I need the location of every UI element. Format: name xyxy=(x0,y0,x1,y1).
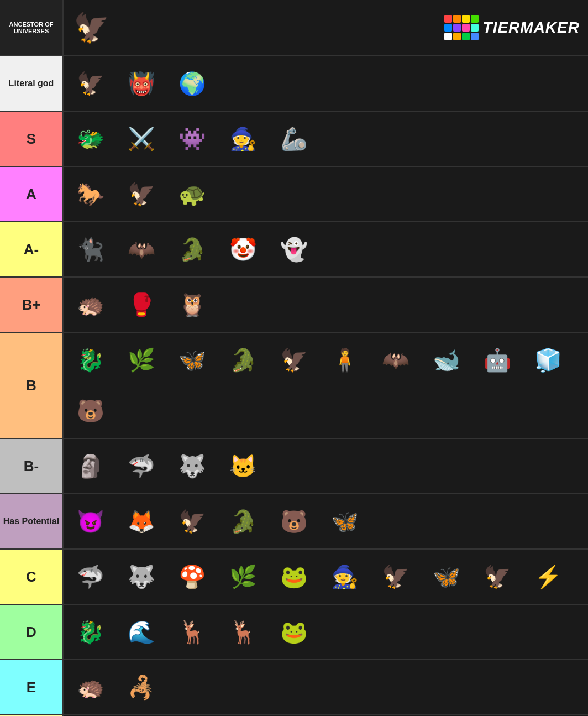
tier-item[interactable]: 🐊 xyxy=(218,497,268,546)
tier-items-c: 🦈 🐺 🍄 🌿 🐸 🧙 🦅 🦋 🦅 ⚡ xyxy=(64,550,588,604)
tier-item[interactable]: 🍄 xyxy=(167,552,217,602)
tier-item[interactable]: 🌿 xyxy=(218,552,268,602)
tier-label-e: E xyxy=(0,660,64,714)
tier-item[interactable]: 🐎 xyxy=(66,169,116,219)
tier-item[interactable]: 🧙 xyxy=(218,114,268,164)
tier-row-god: Literal god 🦅 👹 🌍 xyxy=(0,56,588,112)
tier-item[interactable]: 🐲 xyxy=(66,114,116,164)
tier-list: ANCESTOR OF UNIVERSES 🦅 xyxy=(0,0,588,716)
tier-items-god: 🦅 👹 🌍 xyxy=(64,56,588,111)
tier-row-e: E 🦔 🦂 xyxy=(0,660,588,715)
tier-item[interactable]: 🦊 xyxy=(117,497,166,546)
tier-item[interactable]: 🐻 xyxy=(269,497,319,546)
tier-label-b-minus: B- xyxy=(0,439,64,493)
tier-items-b: 🐉 🌿 🦋 🐊 🦅 🧍 🦇 🐋 🤖 🧊 🐻 xyxy=(64,333,588,438)
tier-item[interactable]: 🦋 xyxy=(167,335,217,385)
tier-item[interactable]: 👻 xyxy=(269,224,319,274)
tier-item[interactable]: 🗿 xyxy=(66,441,116,491)
tier-item[interactable]: 🦅 xyxy=(371,552,421,602)
tier-item[interactable]: 🐊 xyxy=(167,224,217,274)
tier-item[interactable]: 👾 xyxy=(167,114,217,164)
tier-item[interactable]: 🦔 xyxy=(66,280,116,330)
tier-item[interactable]: 🐱 xyxy=(218,441,268,491)
tier-row-a-minus: A- 🐈‍⬛ 🦇 🐊 🤡 👻 xyxy=(0,222,588,278)
tier-item[interactable]: 🦂 xyxy=(117,662,166,712)
tier-row-b-plus: B+ 🦔 🥊 🦉 xyxy=(0,278,588,333)
tier-items-s: 🐲 ⚔️ 👾 🧙 🦾 xyxy=(64,112,588,166)
tier-item[interactable]: 👹 xyxy=(117,59,166,108)
tier-item[interactable]: 🦋 xyxy=(320,497,370,546)
tier-item[interactable]: 🐸 xyxy=(269,607,319,657)
tier-row-s: S 🐲 ⚔️ 👾 🧙 🦾 xyxy=(0,112,588,167)
tier-label-c: C xyxy=(0,550,64,604)
tier-item[interactable]: 🌊 xyxy=(117,607,166,657)
tier-item[interactable]: 🐋 xyxy=(422,335,471,385)
tier-row-b-minus: B- 🗿 🦈 🐺 🐱 xyxy=(0,439,588,494)
tier-row-a: A 🐎 🦅 🐢 xyxy=(0,167,588,222)
tier-item[interactable]: ⚔️ xyxy=(117,114,166,164)
logo-area: TiERMaKER xyxy=(119,9,588,46)
tier-item[interactable]: 🐺 xyxy=(167,441,217,491)
tier-item[interactable]: 🤖 xyxy=(473,335,522,385)
tier-row-has-potential: Has Potential 😈 🦊 🦅 🐊 🐻 🦋 xyxy=(0,494,588,550)
tier-item[interactable]: 🐈‍⬛ xyxy=(66,224,116,274)
tier-items-a-minus: 🐈‍⬛ 🦇 🐊 🤡 👻 xyxy=(64,222,588,276)
tier-item[interactable]: 🦅 xyxy=(117,169,166,219)
tier-item[interactable]: ⚡ xyxy=(523,552,573,602)
tier-label-b: B xyxy=(0,333,64,438)
tier-item[interactable]: 🦋 xyxy=(422,552,471,602)
tier-item[interactable]: 🌍 xyxy=(167,59,217,108)
tier-item[interactable]: 🐉 xyxy=(66,607,116,657)
tier-items-d: 🐉 🌊 🦌 🦌 🐸 xyxy=(64,605,588,659)
tier-item[interactable]: 🦅 xyxy=(473,552,522,602)
tier-item[interactable]: 🧙 xyxy=(320,552,370,602)
header-row: ANCESTOR OF UNIVERSES 🦅 xyxy=(0,0,588,56)
tier-item[interactable]: 🦅 xyxy=(167,497,217,546)
tier-item[interactable]: 🐊 xyxy=(218,335,268,385)
tier-item[interactable]: 🦌 xyxy=(218,607,268,657)
tier-item[interactable]: 🦾 xyxy=(269,114,319,164)
tier-item[interactable]: 🥊 xyxy=(117,280,166,330)
tier-label-a: A xyxy=(0,167,64,221)
tier-item[interactable]: 🤡 xyxy=(218,224,268,274)
tier-items-has-potential: 😈 🦊 🦅 🐊 🐻 🦋 xyxy=(64,494,588,548)
tier-label-d: D xyxy=(0,605,64,659)
tier-item[interactable]: 😈 xyxy=(66,497,116,546)
logo-grid xyxy=(444,15,479,40)
tier-item[interactable]: 🦅 xyxy=(66,3,116,53)
tier-item[interactable]: 🦈 xyxy=(117,441,166,491)
tier-items-a: 🐎 🦅 🐢 xyxy=(64,167,588,221)
tier-label-god: Literal god xyxy=(0,56,64,111)
tier-label-has-potential: Has Potential xyxy=(0,494,64,548)
tier-items-b-minus: 🗿 🦈 🐺 🐱 xyxy=(64,439,588,493)
tier-item[interactable]: 🧊 xyxy=(523,335,573,385)
tier-row-b: B 🐉 🌿 🦋 🐊 🦅 🧍 🦇 🐋 🤖 🧊 🐻 xyxy=(0,333,588,439)
tier-item[interactable]: 🐻 xyxy=(66,386,116,436)
logo-text: TiERMaKER xyxy=(483,19,580,36)
tier-row-d: D 🐉 🌊 🦌 🦌 🐸 xyxy=(0,605,588,660)
tier-item[interactable]: 🧍 xyxy=(320,335,370,385)
tier-item[interactable]: 🦇 xyxy=(117,224,166,274)
tier-label-a-minus: A- xyxy=(0,222,64,276)
tier-item[interactable]: 🌿 xyxy=(117,335,166,385)
tier-item[interactable]: 🦇 xyxy=(371,335,421,385)
tiermaker-logo: TiERMaKER xyxy=(444,15,580,40)
tier-item[interactable]: 🦌 xyxy=(167,607,217,657)
tier-items-e: 🦔 🦂 xyxy=(64,660,588,714)
tier-item[interactable]: 🦅 xyxy=(66,59,116,108)
tier-item[interactable]: 🦔 xyxy=(66,662,116,712)
tier-item[interactable]: 🐉 xyxy=(66,335,116,385)
tier-item[interactable]: 🐺 xyxy=(117,552,166,602)
tier-label-s: S xyxy=(0,112,64,166)
tier-item[interactable]: 🦉 xyxy=(167,280,217,330)
tier-items-b-plus: 🦔 🥊 🦉 xyxy=(64,278,588,332)
header-tier-label: ANCESTOR OF UNIVERSES xyxy=(0,0,64,55)
tier-item[interactable]: 🐸 xyxy=(269,552,319,602)
tier-row-c: C 🦈 🐺 🍄 🌿 🐸 🧙 🦅 🦋 🦅 ⚡ xyxy=(0,550,588,605)
tier-item[interactable]: 🦅 xyxy=(269,335,319,385)
tier-label-b-plus: B+ xyxy=(0,278,64,332)
tier-item[interactable]: 🐢 xyxy=(167,169,217,219)
header-sprite-area: 🦅 xyxy=(64,0,119,55)
tier-item[interactable]: 🦈 xyxy=(66,552,116,602)
